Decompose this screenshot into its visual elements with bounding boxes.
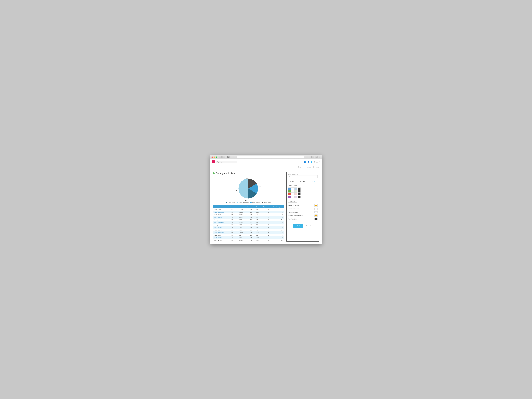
table-cell: 7 [260, 239, 270, 241]
svg-rect-1 [228, 157, 229, 157]
table-cell: 14,144 [253, 239, 260, 241]
alt-row-bg-picker[interactable]: ▾ [314, 215, 318, 217]
theme-swatch-blue-3[interactable] [294, 188, 298, 190]
theme-swatch-red-1[interactable] [288, 193, 291, 195]
theme-swatch-green-1[interactable] [288, 190, 291, 193]
col-header-reach: Reach [253, 205, 260, 208]
header-bg-picker[interactable]: ▾ [314, 204, 318, 207]
table-cell: Brand_South Africa [213, 231, 228, 234]
traffic-lights [211, 156, 217, 158]
table-cell: 93 [270, 221, 284, 224]
table-cell: 93 [270, 211, 284, 213]
row-font-picker[interactable]: ▾ [314, 218, 318, 220]
sidebar-toggle[interactable] [227, 156, 230, 158]
table-cell: 14,144 [253, 219, 260, 221]
chart-title: Demographic Reach [216, 172, 237, 175]
theme-swatch-purple-2[interactable] [291, 196, 294, 198]
send-button[interactable]: ✉ Send [295, 166, 302, 168]
table-cell: 35,629 [234, 221, 244, 224]
title-bar: ‹ › ⬆ ⧉ + [210, 155, 322, 159]
box-icon[interactable]: ▭ [316, 161, 318, 163]
fullscreen-button[interactable] [215, 156, 217, 158]
data-table: Clicks Impressions Frequency Reach Page … [213, 205, 284, 241]
header-bg-color [315, 205, 317, 206]
table-cell: 35,629 [234, 231, 244, 234]
table-cell: 114 [270, 229, 284, 231]
theme-swatch-red-3[interactable] [294, 193, 298, 195]
tab-basic[interactable]: Basic [286, 179, 298, 183]
search-icon: 🔍 [217, 161, 219, 163]
back-button[interactable]: ‹ [219, 156, 222, 158]
theme-swatch-red-2[interactable] [291, 193, 294, 195]
row-bg-color [315, 211, 317, 213]
table-cell: 23,704 [234, 234, 244, 236]
theme-swatch-green-2[interactable] [291, 190, 294, 193]
people-icon[interactable]: 👥 [304, 161, 306, 163]
tabs-icon[interactable]: ⧉ [315, 156, 318, 158]
search-box: 🔍 [216, 161, 237, 163]
theme-swatch-green-4[interactable] [298, 190, 301, 193]
theme-swatch-purple-3[interactable] [294, 196, 298, 198]
left-panel: Demographic Reach [213, 172, 284, 241]
table-cell: 1.28 [244, 208, 253, 211]
tab-advanced[interactable]: Advanced [298, 179, 308, 183]
table-cell: 35,964 [234, 219, 244, 221]
table-cell: 127 [228, 219, 234, 221]
export-icon[interactable]: ↗ [319, 161, 320, 163]
theme-swatch-purple-1[interactable] [288, 196, 291, 198]
globe-icon[interactable]: 🌐 [310, 161, 312, 163]
forward-button[interactable]: › [222, 156, 225, 158]
legend-item-south-africa: Brand_SouthAfrica [237, 202, 248, 203]
table-cell: 2.54 [244, 219, 253, 221]
cancel-button[interactable]: Cancel [304, 224, 313, 228]
theme-swatch-purple-4[interactable] [298, 196, 301, 198]
theme-swatch-green-3[interactable] [294, 190, 298, 193]
table-row: Brand_Japan5423,7041.3217,944349 [213, 234, 284, 236]
address-bar[interactable] [237, 156, 304, 158]
chart-header: Demographic Reach [213, 172, 284, 175]
search-input[interactable] [220, 161, 236, 163]
table-row: Brand_South Africa9735,6291.2927,720393 [213, 221, 284, 224]
col-header-page-likes: Page Likes [260, 205, 270, 208]
table-cell: 23,704 [234, 213, 244, 216]
new-tab-button[interactable]: + [318, 156, 321, 158]
theme-swatch-red-4[interactable] [298, 193, 301, 195]
theme-swatch-blue-2[interactable] [291, 188, 294, 190]
table-cell: 1.32 [244, 213, 253, 216]
color-row-row-bg: Row Background ▾ [288, 211, 318, 213]
submit-button[interactable]: Submit [293, 224, 303, 228]
table-cell: 75 [270, 216, 284, 219]
table-cell: 1.31 [244, 236, 253, 239]
tab-style[interactable]: Style [308, 179, 319, 183]
gear-icon[interactable]: ⚙ [314, 161, 315, 163]
legend-item-mexico: Brand_Mexico [226, 202, 235, 203]
person-icon[interactable]: 👤 [307, 161, 309, 163]
custom-button[interactable]: Custom [288, 200, 297, 203]
legend-color-japan [262, 202, 263, 203]
minimize-button[interactable] [213, 156, 215, 158]
legend-item-australia: Brand_Australia [250, 202, 260, 203]
row-bg-picker[interactable]: ▾ [314, 211, 318, 213]
table-cell: 2.54 [244, 229, 253, 231]
datasource-select[interactable]: Analytics ▾ [288, 175, 318, 178]
header-font-picker[interactable]: ▾ [314, 208, 318, 210]
theme-swatch-blue-1[interactable] [288, 188, 291, 190]
more-button[interactable]: ▾ More [313, 166, 320, 168]
legend-label-mexico: Brand_Mexico [228, 202, 235, 203]
table-cell: Brand_Australia [213, 226, 228, 229]
row-font-color [315, 218, 317, 220]
share-icon[interactable]: ⬆ [311, 156, 314, 158]
col-header-clicks: Clicks [228, 205, 234, 208]
table-cell: 17,944 [253, 234, 260, 236]
table-cell: Brand_South Africa [213, 221, 228, 224]
table-cell: 30,128 [234, 208, 244, 211]
close-button[interactable] [211, 156, 213, 158]
add-button[interactable]: + [212, 160, 215, 164]
table-cell: 54 [228, 224, 234, 226]
download-button[interactable]: ⬇ Download [303, 166, 313, 168]
col-header-engagement: Page Engagement [270, 205, 284, 208]
table-cell: 35,629 [234, 211, 244, 213]
theme-swatch-blue-4[interactable] [298, 188, 301, 190]
color-row-row-font: Row Font Color ▾ [288, 218, 318, 220]
table-cell: 3 [260, 221, 270, 224]
